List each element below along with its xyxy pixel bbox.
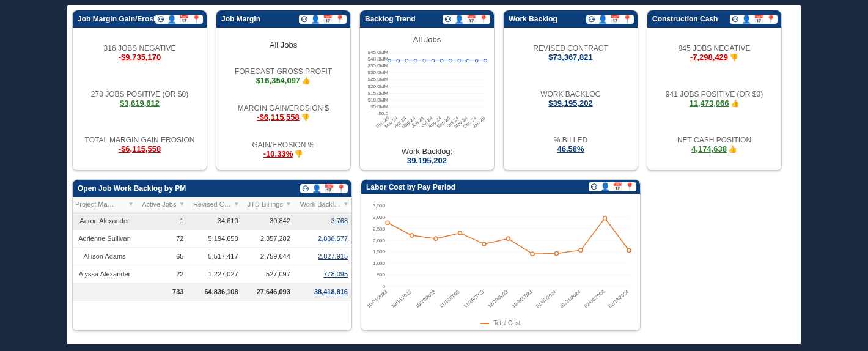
cell-work-backlog[interactable]: 3,768 [294,212,351,230]
card-toolbar: ⚇ 👤 📅 📍 [589,182,636,191]
col-revised-contract[interactable]: Revised C…▼ [187,197,241,212]
backlog-trend-chart[interactable]: $0.0$5.0MM$10.0MM$15.0MM$20.0MM$25.0MM$3… [366,50,488,141]
calendar-icon[interactable]: 📅 [754,15,763,23]
metric-value[interactable]: $16,354,097 [256,76,300,85]
location-icon[interactable]: 📍 [479,15,488,23]
svg-text:01/07/2024: 01/07/2024 [535,289,557,309]
org-icon[interactable]: ⚇ [732,15,739,23]
svg-point-71 [386,221,389,224]
table-row[interactable]: Allison Adams655,517,4172,759,6442,827,9… [73,248,351,265]
metric-value[interactable]: -$6,115,558 [257,113,299,122]
svg-point-33 [396,59,399,62]
svg-text:$35.0MM: $35.0MM [367,63,388,68]
org-icon[interactable]: ⚇ [590,183,598,191]
svg-point-74 [458,231,462,235]
metric-value[interactable]: -7,298,429 [690,53,728,62]
cell-jobs: 72 [136,230,187,248]
location-icon[interactable]: 📍 [191,15,201,23]
filter-icon[interactable]: ▼ [178,201,185,207]
org-icon[interactable]: ⚇ [588,15,595,23]
metric-label: FORECAST GROSS PROFIT [235,67,332,76]
metric-label: NET CASH POSITION [677,136,751,144]
card-labor-cost: Labor Cost by Pay Period ⚇ 👤 📅 📍 05001,0… [361,179,641,331]
svg-text:12/24/2023: 12/24/2023 [511,289,534,309]
col-active-jobs[interactable]: Active Jobs▼ [136,197,187,212]
filter-icon[interactable]: ▼ [343,201,349,207]
metric-value[interactable]: $3,619,612 [120,98,160,108]
svg-point-40 [457,59,460,62]
cell-work-backlog[interactable]: 778,095 [294,265,351,283]
location-icon[interactable]: 📍 [766,15,776,23]
legend-label: Total Cost [493,320,520,327]
calendar-icon[interactable]: 📅 [612,183,622,191]
card-open-job-backlog-pm: Open Job Work Backlog by PM ⚇ 👤 📅 📍 Proj… [72,179,352,331]
svg-point-80 [603,216,607,220]
svg-point-37 [431,59,434,62]
table-row[interactable]: Aaron Alexander134,61030,8423,768 [73,212,351,230]
org-icon[interactable]: ⚇ [157,15,164,23]
calendar-icon[interactable]: 📅 [324,185,334,193]
person-icon[interactable]: 👤 [454,15,464,23]
metric-value[interactable]: 11,473,066 [689,98,729,108]
person-icon[interactable]: 👤 [312,185,322,193]
location-icon[interactable]: 📍 [336,185,346,193]
metric-value[interactable]: 4,174,638 [691,144,727,153]
cell-work-backlog[interactable]: 2,888,577 [294,230,351,248]
card-header: Backlog Trend ⚇ 👤 📅 📍 [360,10,494,28]
svg-text:$0.0: $0.0 [378,111,388,116]
svg-text:$20.0MM: $20.0MM [367,84,388,89]
cell-work-backlog[interactable]: 2,827,915 [294,248,351,265]
svg-point-78 [555,251,559,255]
svg-text:$5.0MM: $5.0MM [370,104,388,109]
metric-value[interactable]: -10.33% [263,149,293,158]
calendar-icon[interactable]: 📅 [466,15,476,23]
location-icon[interactable]: 📍 [335,15,345,23]
metric-value[interactable]: -$9,735,170 [119,53,161,62]
person-icon[interactable]: 👤 [311,15,320,23]
org-icon[interactable]: ⚇ [444,15,452,23]
total-work-backlog[interactable]: 38,418,816 [294,283,351,301]
location-icon[interactable]: 📍 [625,183,634,191]
person-icon[interactable]: 👤 [741,15,751,23]
calendar-icon[interactable]: 📅 [610,15,620,23]
dashboard: Job Margin Gain/Erosion ⚇ 👤 📅 📍 316 JOBS… [67,5,801,344]
person-icon[interactable]: 👤 [167,15,177,23]
filter-icon[interactable]: ▼ [128,201,134,207]
filter-icon[interactable]: ▼ [234,201,240,207]
table-row[interactable]: Adrienne Sullivan725,194,6582,357,2822,8… [73,230,351,248]
svg-text:2,000: 2,000 [373,238,386,243]
location-icon[interactable]: 📍 [622,15,632,23]
metric-net-cash: NET CASH POSITION 4,174,638👍 [677,136,751,153]
metric-label: 941 JOBS POSITIVE (OR $0) [666,90,763,98]
card-header: Labor Cost by Pay Period ⚇ 👤 📅 📍 [361,180,640,194]
svg-text:$25.0MM: $25.0MM [367,76,388,82]
card-title: Work Backlog [509,15,557,23]
svg-point-43 [484,59,487,62]
backlog-summary: Work Backlog: 39,195,202 [402,147,453,165]
person-icon[interactable]: 👤 [600,183,610,191]
summary-value[interactable]: 39,195,202 [407,156,447,165]
org-icon[interactable]: ⚇ [301,15,308,23]
cell-revised: 5,194,658 [187,230,241,248]
calendar-icon[interactable]: 📅 [179,15,189,23]
filter-icon[interactable]: ▼ [285,201,292,207]
labor-cost-chart[interactable]: 05001,0001,5002,0002,5003,0003,50010/01/… [366,198,635,320]
card-toolbar: ⚇ 👤 📅 📍 [443,15,490,24]
svg-text:12/10/2023: 12/10/2023 [487,289,509,309]
metric-label: WORK BACKLOG [540,90,601,98]
metric-value[interactable]: 46.58% [557,144,584,153]
metric-value[interactable]: $39,195,202 [548,98,592,108]
calendar-icon[interactable]: 📅 [323,15,333,23]
person-icon[interactable]: 👤 [598,15,608,23]
card-title: Backlog Trend [365,15,416,23]
metric-value[interactable]: -$6,115,558 [119,144,161,153]
table-row[interactable]: Alyssa Alexander221,227,027527,097778,09… [73,265,351,283]
org-icon[interactable]: ⚇ [302,185,309,193]
metric-label: 845 JOBS NEGATIVE [679,44,751,53]
col-work-backlog[interactable]: Work Backl…▼ [294,197,351,212]
card-toolbar: ⚇ 👤 📅 📍 [299,15,347,24]
metric-value[interactable]: $73,367,821 [548,53,592,62]
col-jtd-billings[interactable]: JTD Billings▼ [242,197,294,212]
col-pm[interactable]: Project Ma…▼ [73,197,136,212]
metric-total-margin: TOTAL MARGIN GAIN EROSION -$6,115,558 [85,136,195,153]
